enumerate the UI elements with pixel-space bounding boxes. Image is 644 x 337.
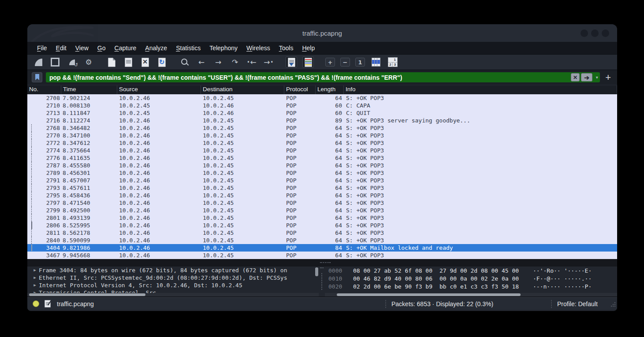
filter-dropdown-caret[interactable]: ▾ bbox=[594, 75, 600, 80]
packet-row[interactable]: 2713 8.111847 10.0.2.45 10.0.2.46 POP 60… bbox=[27, 109, 617, 117]
resize-columns-icon[interactable] bbox=[370, 56, 382, 68]
layout-123-icon[interactable]: 123 bbox=[387, 56, 398, 68]
stop-capture-icon[interactable] bbox=[49, 56, 61, 68]
menu-item-wireless[interactable]: Wireless bbox=[242, 42, 275, 54]
filter-clear-button[interactable]: ✕ bbox=[571, 73, 580, 81]
filter-bookmark-button[interactable] bbox=[32, 72, 42, 82]
column-header[interactable]: Info bbox=[344, 85, 617, 94]
scrollbar-thumb[interactable] bbox=[337, 293, 521, 296]
expert-info-icon[interactable] bbox=[33, 300, 39, 307]
packet-row[interactable]: 2806 8.525995 10.0.2.46 10.0.2.45 POP 64… bbox=[27, 222, 617, 229]
hex-row[interactable]: 0000 08 00 27 ab 52 6f 08 00 27 9d 00 2d… bbox=[325, 267, 617, 274]
packet-row[interactable]: 2787 8.455580 10.0.2.46 10.0.2.45 POP 64… bbox=[27, 162, 617, 169]
hex-row[interactable]: 0010 00 46 82 d9 40 00 80 06 00 00 0a 00… bbox=[325, 275, 617, 282]
column-header[interactable]: Destination bbox=[201, 85, 284, 94]
expand-arrow-icon[interactable]: ▶ bbox=[31, 267, 39, 274]
packet-row[interactable]: 2768 8.346482 10.0.2.46 10.0.2.45 POP 64… bbox=[27, 124, 617, 132]
expand-arrow-icon[interactable]: ▶ bbox=[31, 274, 39, 281]
hex-horizontal-scrollbar[interactable] bbox=[325, 293, 617, 296]
menu-item-telephony[interactable]: Telephony bbox=[205, 42, 242, 54]
previous-packet-icon[interactable]: ← bbox=[246, 56, 257, 68]
colorize-icon[interactable] bbox=[302, 56, 314, 68]
details-vertical-scrollbar[interactable] bbox=[315, 267, 318, 276]
start-capture-icon[interactable] bbox=[33, 56, 44, 68]
packet-row[interactable]: 2791 8.457007 10.0.2.46 10.0.2.45 POP 64… bbox=[27, 177, 617, 184]
column-header[interactable]: Protocol bbox=[284, 85, 316, 94]
reload-file-icon[interactable]: ↻ bbox=[156, 56, 168, 68]
window-resize-grip[interactable] bbox=[610, 301, 615, 307]
packet-row[interactable]: 3404 9.821986 10.0.2.46 10.0.2.45 POP 84… bbox=[27, 244, 617, 252]
restart-capture-icon[interactable]: ↺ bbox=[66, 56, 78, 68]
packet-row[interactable]: 3467 9.945668 10.0.2.46 10.0.2.45 POP 64… bbox=[27, 252, 617, 259]
menu-item-tools[interactable]: Tools bbox=[275, 42, 298, 54]
packet-row[interactable]: 2793 8.457611 10.0.2.46 10.0.2.45 POP 64… bbox=[27, 184, 617, 192]
packet-row[interactable]: 2801 8.493139 10.0.2.46 10.0.2.45 POP 64… bbox=[27, 214, 617, 222]
scrollbar-thumb[interactable] bbox=[29, 293, 145, 296]
packet-row[interactable]: 2799 8.492500 10.0.2.46 10.0.2.45 POP 64… bbox=[27, 207, 617, 214]
menu-item-file[interactable]: File bbox=[33, 42, 52, 54]
hex-offset: 0000 bbox=[328, 267, 348, 274]
save-file-icon[interactable] bbox=[123, 56, 134, 68]
menu-item-capture[interactable]: Capture bbox=[110, 42, 141, 54]
find-packet-icon[interactable] bbox=[179, 56, 190, 68]
packet-row[interactable]: 2840 8.590099 10.0.2.46 10.0.2.45 POP 64… bbox=[27, 237, 617, 244]
packet-row[interactable]: 2708 7.902124 10.0.2.46 10.0.2.45 POP 64… bbox=[27, 94, 617, 102]
go-forward-icon[interactable]: → bbox=[212, 56, 224, 68]
hex-row[interactable]: 0020 02 2d 00 6e be 90 f3 b9 bb c0 e1 c3… bbox=[325, 283, 617, 290]
capture-comments-icon[interactable] bbox=[45, 300, 51, 307]
column-header[interactable]: Source bbox=[117, 85, 201, 94]
menu-item-help[interactable]: Help bbox=[298, 42, 319, 54]
menu-item-statistics[interactable]: Statistics bbox=[171, 42, 205, 54]
go-back-icon[interactable]: ← bbox=[196, 56, 207, 68]
next-packet-icon[interactable]: → bbox=[263, 56, 274, 68]
display-filter-input[interactable]: pop && !(frame contains "Send") && !(fra… bbox=[46, 72, 600, 82]
packet-row[interactable]: 2716 8.112274 10.0.2.46 10.0.2.45 POP 89… bbox=[27, 117, 617, 124]
detail-line[interactable]: ▶ Ethernet II, Src: PCSSystemtec_9d:00:2… bbox=[27, 274, 319, 281]
status-profile[interactable]: Profile: Default bbox=[557, 300, 610, 307]
zoom-in-icon[interactable]: + bbox=[325, 58, 335, 67]
auto-scroll-icon[interactable] bbox=[286, 56, 297, 68]
window-minimize-button[interactable] bbox=[581, 30, 588, 37]
title-bar[interactable]: traffic.pcapng bbox=[27, 24, 617, 42]
detail-line[interactable]: ▶ Frame 3404: 84 bytes on wire (672 bits… bbox=[27, 267, 319, 274]
filter-apply-button[interactable]: ➔ bbox=[581, 73, 592, 81]
open-file-icon[interactable] bbox=[106, 56, 117, 68]
menu-item-analyze[interactable]: Analyze bbox=[141, 42, 171, 54]
packet-row[interactable]: 2789 8.456301 10.0.2.46 10.0.2.45 POP 64… bbox=[27, 169, 617, 177]
go-to-packet-icon[interactable]: ↷ bbox=[229, 56, 241, 68]
packet-row[interactable]: 2710 8.008130 10.0.2.45 10.0.2.46 POP 60… bbox=[27, 102, 617, 109]
ascii-group1: ·-·n···· bbox=[533, 283, 561, 290]
capture-options-icon[interactable]: ⚙ bbox=[83, 56, 94, 68]
packet-row[interactable]: 2772 8.347612 10.0.2.46 10.0.2.45 POP 64… bbox=[27, 139, 617, 147]
hex-bytes-group2: 00 00 0a 00 02 2e 0a 00 bbox=[439, 275, 519, 282]
ascii-group1: ·F··@··· bbox=[533, 275, 561, 282]
window-close-button[interactable] bbox=[602, 30, 609, 37]
zoom-out-icon[interactable]: − bbox=[340, 58, 350, 67]
packet-list-rows: 2708 7.902124 10.0.2.46 10.0.2.45 POP 64… bbox=[27, 94, 617, 259]
packet-row[interactable]: 2776 8.411635 10.0.2.46 10.0.2.45 POP 64… bbox=[27, 154, 617, 162]
normal-size-icon[interactable]: 1 bbox=[355, 58, 365, 67]
pane-splitter-vertical[interactable] bbox=[319, 267, 325, 296]
window-maximize-button[interactable] bbox=[591, 30, 599, 37]
packet-list-header: No. Time Source Destination Protocol Len… bbox=[27, 85, 617, 94]
packet-row[interactable]: 2811 8.562178 10.0.2.46 10.0.2.45 POP 64… bbox=[27, 229, 617, 237]
menu-item-edit[interactable]: Edit bbox=[52, 42, 71, 54]
detail-line[interactable]: ▶ Internet Protocol Version 4, Src: 10.0… bbox=[27, 281, 319, 289]
wireshark-window: traffic.pcapng File Edit View Go Capture… bbox=[27, 24, 617, 311]
hex-offset: 0020 bbox=[328, 283, 348, 290]
packet-row[interactable]: 2770 8.347100 10.0.2.46 10.0.2.45 POP 64… bbox=[27, 132, 617, 139]
column-header[interactable]: Length bbox=[316, 85, 344, 94]
hex-bytes-group1: 02 2d 00 6e be 90 f3 b9 bbox=[353, 283, 432, 290]
close-file-icon[interactable]: ✕ bbox=[139, 56, 151, 68]
pane-splitter-horizontal[interactable] bbox=[27, 259, 617, 267]
packet-row[interactable]: 2797 8.471540 10.0.2.46 10.0.2.45 POP 64… bbox=[27, 199, 617, 207]
column-header[interactable]: No. bbox=[27, 85, 61, 94]
filter-add-button[interactable]: + bbox=[603, 73, 613, 82]
packet-row[interactable]: 2795 8.458436 10.0.2.46 10.0.2.45 POP 64… bbox=[27, 192, 617, 199]
expand-arrow-icon[interactable]: ▶ bbox=[31, 281, 39, 289]
column-header[interactable]: Time bbox=[61, 85, 117, 94]
menu-item-view[interactable]: View bbox=[71, 42, 93, 54]
menu-item-go[interactable]: Go bbox=[93, 42, 110, 54]
packet-row[interactable]: 2774 8.375664 10.0.2.46 10.0.2.45 POP 64… bbox=[27, 147, 617, 154]
details-horizontal-scrollbar[interactable] bbox=[27, 293, 319, 296]
